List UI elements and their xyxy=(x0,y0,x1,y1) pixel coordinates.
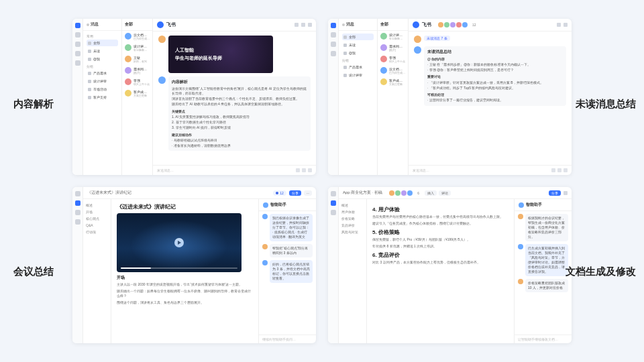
user-message: 根据我刚才的会议纪要，帮我生成一份商业化方案初稿，包含用户体验、价格策略和竞品评… xyxy=(518,214,568,241)
chat-list-item[interactable]: 客户成功组方案已更新 xyxy=(378,76,408,88)
chat-list-item[interactable]: 客户成功组方案已更新 xyxy=(122,88,152,99)
sidebar-item-at-me[interactable]: @我 xyxy=(87,56,118,62)
video-progress[interactable] xyxy=(121,267,237,269)
comment-button[interactable]: 评论 xyxy=(439,190,451,196)
outline-item[interactable]: 风险与对策 xyxy=(341,229,364,235)
rail-docs-icon[interactable] xyxy=(331,200,336,206)
doc-body[interactable]: 4. 用户体验 当前免费用户与付费用户的核心路径基本一致，付费点集中在高级导出与… xyxy=(367,199,514,343)
send-icon[interactable] xyxy=(308,168,312,172)
play-icon[interactable] xyxy=(174,238,184,247)
more-button[interactable]: ··· xyxy=(304,190,312,196)
doc-outline: 概述 开场 核心观点 Q&A 行动项 xyxy=(83,199,111,343)
chat-list-item[interactable]: 设计评审群有12条新消息 xyxy=(122,42,152,54)
outline-item[interactable]: 开场 xyxy=(86,208,108,215)
chat-list-item[interactable]: 王敏好的，收到 xyxy=(122,54,152,65)
outline-item[interactable]: 用户体验 xyxy=(341,208,364,215)
rail-calendar-icon[interactable] xyxy=(75,210,80,215)
rail-messages-icon[interactable] xyxy=(331,23,336,28)
inbox-icon xyxy=(343,36,347,39)
sidebar-item[interactable]: 产品需求 xyxy=(87,70,118,76)
emoji-icon[interactable] xyxy=(296,168,300,172)
sidebar-item[interactable]: 客户支持 xyxy=(87,94,118,101)
sidebar-item[interactable]: 产品需求 xyxy=(342,64,374,70)
rail-messages-icon[interactable] xyxy=(331,191,336,196)
member-pill[interactable]: 12 xyxy=(273,190,286,196)
member-avatars[interactable] xyxy=(389,190,413,196)
rail-docs-icon[interactable] xyxy=(331,42,336,47)
outline-item[interactable]: Q&A xyxy=(86,222,108,229)
rail-docs-icon[interactable] xyxy=(75,200,80,206)
chat-list-item[interactable]: 云文档助手已为你生成摘要 xyxy=(122,31,152,42)
rail-messages-icon[interactable] xyxy=(75,191,80,196)
doc-title: 《迈进未来式》演讲纪记 xyxy=(117,203,253,210)
attach-icon[interactable] xyxy=(302,168,306,172)
rail-messages-icon[interactable] xyxy=(75,23,80,28)
insert-button[interactable]: 插入 xyxy=(425,190,437,196)
attach-icon[interactable] xyxy=(557,168,561,172)
emoji-icon[interactable] xyxy=(551,168,555,172)
assistant-input[interactable]: 让智能助手继续修改文档… xyxy=(515,335,572,343)
chat-preview: [图片] xyxy=(389,48,405,52)
chat-list-item[interactable]: 需求同步群[图片] xyxy=(122,65,152,76)
sidebar-item-all[interactable]: 全部 xyxy=(87,40,118,46)
sidebar-item-at-me[interactable]: @我 xyxy=(342,50,374,56)
rail-meeting-icon[interactable] xyxy=(331,51,336,56)
composer[interactable]: 发送消息… xyxy=(409,165,572,175)
share-button[interactable]: 分享 xyxy=(289,190,301,196)
sidebar-item[interactable]: 设计评审 xyxy=(87,78,118,84)
outline-item[interactable]: 竞品评价 xyxy=(341,222,364,229)
member-avatars[interactable] xyxy=(438,22,468,27)
rail-meeting-icon[interactable] xyxy=(75,219,80,225)
unread-chip[interactable]: 未读消息 7 条 xyxy=(424,36,450,41)
caption-unread-summary: 未读消息总结 xyxy=(576,98,636,111)
send-icon[interactable] xyxy=(564,168,568,172)
sidebar-item-unread[interactable]: 未读 xyxy=(342,42,374,48)
window-unread-summary: 消息 全部 未读 @我 分组 产品需求 设计评审 全部 设计评审群有12条新消息… xyxy=(328,19,572,175)
outline-item[interactable]: 概述 xyxy=(86,202,108,208)
outline-item[interactable]: 价格策略 xyxy=(341,215,364,222)
composer[interactable]: 发送消息… xyxy=(153,165,316,175)
outline-item[interactable]: 行动项 xyxy=(86,229,108,235)
sidebar-item[interactable]: 市场活动 xyxy=(87,86,118,93)
chat-list-item[interactable]: 云文档助手已为你生成摘要 xyxy=(378,65,408,76)
search-icon[interactable] xyxy=(294,23,299,27)
folder-icon xyxy=(343,66,347,69)
rail-workplace-icon[interactable] xyxy=(75,60,80,66)
folder-icon xyxy=(88,88,91,91)
assistant-avatar-icon xyxy=(263,202,268,208)
chat-list-item[interactable]: 李强明天上午十点 xyxy=(122,76,152,88)
more-icon[interactable] xyxy=(564,191,568,195)
rail-docs-icon[interactable] xyxy=(75,42,80,47)
sidebar-item-unread[interactable]: 未读 xyxy=(87,48,118,54)
slide-thumbnail[interactable]: 人工智能 学生与老师的延长导师 xyxy=(168,36,273,73)
doc-body[interactable]: 《迈进未来式》演讲纪记 开场 主讲人以一段 2030 年课堂的设想视频开场，引出… xyxy=(111,199,258,343)
search-icon[interactable] xyxy=(557,23,561,27)
chat-list-item[interactable]: 需求同步群[图片] xyxy=(378,42,408,54)
settings-icon[interactable] xyxy=(301,23,305,27)
rail-calendar-icon[interactable] xyxy=(75,32,80,38)
sidebar-item-all[interactable]: 全部 xyxy=(342,34,374,40)
user-bubble: 价格策略里把团队版改成 10 人，并更新对应价格 xyxy=(525,279,568,292)
rail-calendar-icon[interactable] xyxy=(331,32,336,38)
summary-bubble: 未读消息总结 @ 你的内容 · 王敏 在「需求同步群」@你：新版本的验收标准请今… xyxy=(424,46,566,106)
sidebar-item[interactable]: 设计评审 xyxy=(342,72,374,78)
member-count: 12 xyxy=(280,191,284,195)
assistant-panel: 智能助手 我已根据会议录像生成了这份纪要，并按时间轴拆分了章节。你可以让我： ·… xyxy=(258,199,316,343)
breadcrumb[interactable]: App 商业化方案 · 初稿 xyxy=(343,190,382,196)
settings-icon[interactable] xyxy=(564,23,568,27)
outline-item[interactable]: 概述 xyxy=(341,202,364,208)
more-icon[interactable] xyxy=(308,23,312,27)
assistant-input[interactable]: 继续向智能助手提问… xyxy=(259,335,316,343)
video-player[interactable] xyxy=(117,213,241,272)
chat-list-item[interactable]: 设计评审群有12条新消息 xyxy=(378,31,408,42)
rail-calendar-icon[interactable] xyxy=(331,210,336,215)
breadcrumb[interactable]: 《迈进未来式》演讲纪记 xyxy=(87,190,131,196)
rail-meeting-icon[interactable] xyxy=(75,51,80,56)
message-sidebar: 消息 常用 全部 未读 @我 分组 产品需求 设计评审 市场活动 客户支持 xyxy=(83,19,122,175)
share-button[interactable]: 分享 xyxy=(549,190,561,196)
chat-list-item[interactable]: 李强明天上午十点 xyxy=(378,54,408,65)
chat-preview: 方案已更新 xyxy=(133,94,150,97)
member-count: 12 xyxy=(472,23,476,27)
outline-item[interactable]: 核心观点 xyxy=(86,215,108,222)
chat-preview: 明天上午十点 xyxy=(133,82,150,86)
